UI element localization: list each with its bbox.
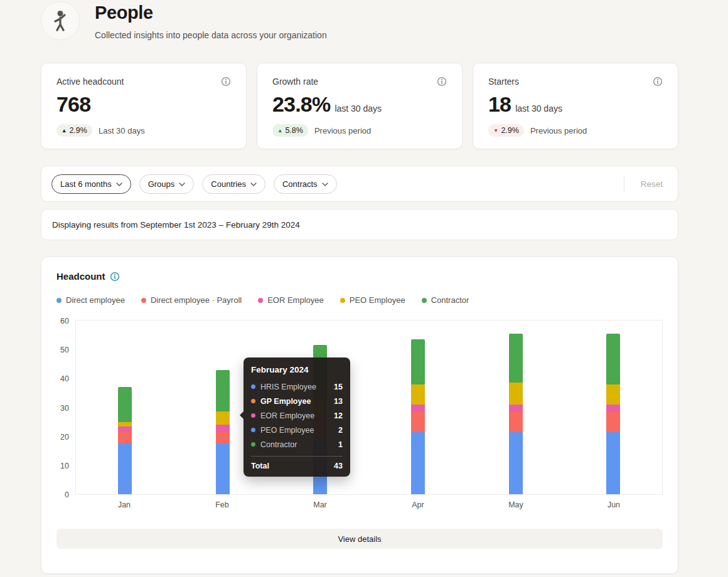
filter-pills: Last 6 monthsGroupsCountriesContracts: [51, 174, 337, 194]
reset-filters-button[interactable]: Reset: [636, 179, 668, 189]
y-axis-tick: 50: [60, 346, 69, 354]
x-axis-label: May: [508, 500, 523, 509]
y-axis-tick: 60: [60, 317, 69, 326]
chart-legend: Direct employeeDirect employee · Payroll…: [56, 295, 663, 305]
stat-value-suffix: last 30 days: [335, 103, 382, 114]
tooltip-row-gp-employee: GP Employee13: [251, 394, 343, 408]
stat-title: Starters: [488, 77, 519, 87]
bar-segment-peo-employee: [509, 383, 523, 405]
filter-pill-countries[interactable]: Countries: [202, 174, 265, 194]
bar-may[interactable]: [509, 334, 523, 494]
info-icon[interactable]: [437, 77, 447, 87]
badge-caption: Previous period: [314, 126, 371, 135]
tooltip-row-value: 15: [334, 383, 343, 391]
filter-pill-label: Countries: [211, 179, 246, 189]
badge-caption: Last 30 days: [99, 126, 145, 135]
bar-segment-eor-employee: [606, 405, 620, 412]
bar-segment-contractor: [509, 334, 523, 383]
bar-segment-peo-employee: [606, 384, 620, 405]
bar-segment-peo-employee: [411, 384, 425, 405]
filter-divider: [624, 176, 624, 191]
tooltip-row-value: 2: [338, 426, 343, 435]
x-axis-label: Jan: [118, 500, 131, 509]
headcount-card: Headcount Direct employeeDirect employee…: [41, 257, 678, 574]
stat-value: 23.8%: [272, 92, 330, 117]
bar-segment-peo-employee: [216, 411, 230, 425]
tooltip-divider: [251, 456, 343, 457]
bar-segment-direct-employee: [118, 443, 132, 494]
tooltip-row-value: 13: [334, 397, 343, 406]
filter-pill-last-6-months[interactable]: Last 6 months: [51, 174, 131, 194]
bar-segment-direct-employee: [411, 432, 425, 494]
trend-value: 5.8%: [285, 126, 303, 135]
info-icon[interactable]: [221, 77, 231, 87]
chevron-down-icon: [322, 183, 328, 186]
bar-segment-peo-employee: [118, 422, 132, 426]
arrow-down-icon: ▼: [493, 128, 498, 134]
chevron-down-icon: [250, 183, 257, 186]
trend-value: 2.9%: [501, 126, 519, 135]
x-axis-label: Feb: [215, 500, 229, 509]
stat-card-growth-rate: Growth rate23.8%last 30 days▲5.8%Previou…: [257, 63, 463, 149]
chart-tooltip: February 2024 HRIS Employee15GP Employee…: [244, 357, 350, 477]
tooltip-dot-icon: [251, 399, 255, 403]
stat-title: Growth rate: [272, 77, 318, 87]
trend-badge: ▲2.9%: [56, 124, 92, 137]
stat-value-suffix: last 30 days: [515, 103, 562, 114]
legend-label: Direct employee: [66, 295, 125, 305]
y-axis-tick: 0: [65, 490, 69, 499]
y-axis-tick: 40: [60, 374, 69, 383]
info-icon[interactable]: [653, 77, 663, 87]
legend-dot-icon: [340, 298, 345, 303]
bar-segment-direct-employee: [606, 432, 620, 494]
bar-segment-direct-employee-payroll: [606, 411, 620, 431]
x-axis-label: Jun: [608, 500, 620, 509]
tooltip-row-value: 12: [334, 411, 343, 420]
badge-caption: Previous period: [530, 126, 587, 135]
view-details-button[interactable]: View details: [56, 529, 663, 549]
tooltip-row-eor-employee: EOR Employee12: [251, 408, 343, 423]
trend-value: 2.9%: [69, 126, 87, 135]
bar-segment-eor-employee: [509, 405, 523, 412]
bar-segment-direct-employee-payroll: [509, 411, 523, 431]
legend-item-contractor: Contractor: [422, 295, 469, 305]
bar-feb[interactable]: [216, 370, 230, 494]
filter-bar: Last 6 monthsGroupsCountriesContracts Re…: [41, 166, 678, 202]
filter-pill-contracts[interactable]: Contracts: [274, 174, 337, 194]
legend-dot-icon: [258, 298, 263, 303]
legend-label: PEO Employee: [350, 295, 405, 305]
tooltip-row-label: HRIS Employee: [260, 383, 329, 391]
stat-value: 18: [488, 92, 511, 117]
page-header: People Collected insights into people da…: [41, 1, 678, 40]
chevron-down-icon: [116, 183, 122, 186]
tooltip-dot-icon: [251, 384, 255, 389]
legend-dot-icon: [141, 298, 146, 303]
filter-pill-groups[interactable]: Groups: [139, 174, 195, 194]
info-icon[interactable]: [110, 272, 120, 282]
bar-apr[interactable]: [411, 339, 425, 494]
tooltip-row-label: EOR Employee: [260, 411, 329, 420]
x-axis-label: Mar: [313, 500, 327, 509]
bar-jan[interactable]: [118, 387, 132, 494]
bar-segment-direct-employee: [509, 432, 523, 494]
results-notice-bar: Displaying results from September 1st 20…: [41, 209, 678, 240]
arrow-up-icon: ▲: [62, 128, 67, 134]
filter-pill-label: Last 6 months: [60, 179, 112, 189]
stat-card-starters: Starters18last 30 days▼2.9%Previous peri…: [473, 63, 678, 149]
filter-pill-label: Contracts: [282, 179, 318, 189]
bar-segment-contractor: [411, 339, 425, 384]
bar-segment-direct-employee-payroll: [411, 411, 425, 431]
tooltip-dot-icon: [251, 428, 255, 432]
stat-title: Active headcount: [56, 77, 124, 87]
page-title: People: [95, 3, 327, 23]
bar-jun[interactable]: [606, 334, 620, 494]
bar-segment-contractor: [118, 387, 132, 421]
legend-item-direct-employee: Direct employee: [56, 295, 125, 305]
page-subtitle: Collected insights into people data acro…: [95, 30, 327, 40]
bar-segment-eor-employee: [216, 425, 230, 432]
tooltip-title: February 2024: [251, 365, 343, 374]
trend-badge: ▼2.9%: [488, 124, 524, 137]
bar-segment-eor-employee: [118, 426, 132, 432]
bar-segment-direct-employee: [216, 443, 230, 494]
tooltip-row-label: PEO Employee: [260, 426, 333, 435]
